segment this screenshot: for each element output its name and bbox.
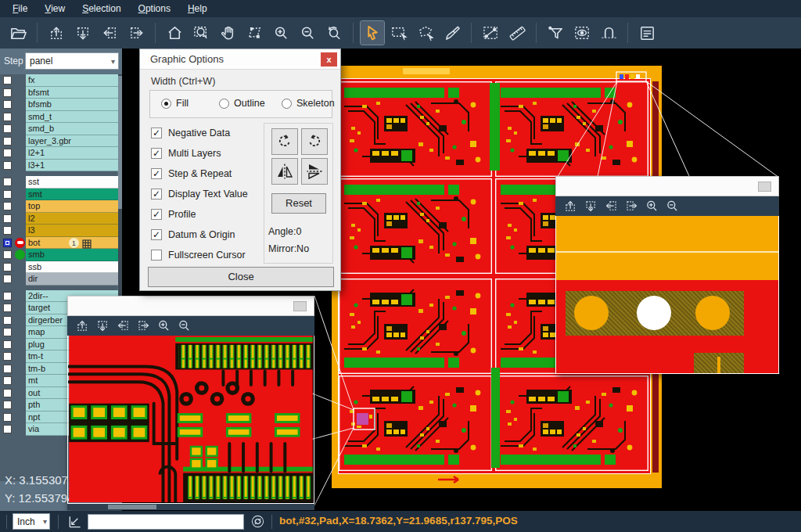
checkbox-display-text-value[interactable]: ✓Display Text Value <box>151 184 248 204</box>
layer-visibility-checkbox[interactable] <box>3 250 12 259</box>
checkbox-box[interactable] <box>151 250 162 261</box>
layer-visibility-checkbox[interactable] <box>3 226 12 235</box>
checkbox-box[interactable]: ✓ <box>151 209 162 220</box>
checkbox-box[interactable]: ✓ <box>151 229 162 240</box>
filter-button[interactable] <box>544 21 567 45</box>
layer-row-smd_t[interactable]: smd_t <box>0 111 119 124</box>
layer-visibility-checkbox[interactable] <box>3 149 12 157</box>
layer-name[interactable]: sst <box>26 176 119 189</box>
layer-visibility-checkbox[interactable] <box>3 401 12 409</box>
layer-row-l3+1[interactable]: l3+1 <box>0 160 119 172</box>
layer-name[interactable]: smb <box>26 249 119 261</box>
close-button[interactable]: Close <box>148 267 334 287</box>
preview-h-scrollbar[interactable] <box>67 504 314 510</box>
layer-row-fx[interactable]: fx <box>0 74 119 87</box>
layer-visibility-checkbox[interactable] <box>3 263 12 271</box>
layer-visibility-checkbox[interactable] <box>3 76 12 84</box>
layer-visibility-checkbox[interactable] <box>3 304 12 312</box>
nudge-up-button[interactable] <box>73 318 92 335</box>
ruler-button[interactable] <box>505 21 529 45</box>
nudge-left-button[interactable] <box>113 318 132 335</box>
radio-circle[interactable] <box>219 99 229 109</box>
radio-fill[interactable]: Fill <box>161 98 189 109</box>
layer-name[interactable]: ssb <box>26 261 119 274</box>
scrollbar-thumb[interactable] <box>118 76 122 209</box>
layer-row-smt[interactable]: smt <box>0 189 119 201</box>
pan-hand-button[interactable] <box>216 21 239 45</box>
home-view-button[interactable] <box>163 21 186 45</box>
checkbox-fullscreen-cursor[interactable]: Fullscreen Cursor <box>151 245 248 265</box>
layer-name[interactable]: top <box>26 200 119 213</box>
rotate-ccw-button[interactable] <box>301 128 328 155</box>
view-region-button[interactable] <box>570 21 594 45</box>
layer-row-dir[interactable]: dir <box>0 273 119 286</box>
layer-name[interactable]: smt <box>26 189 119 201</box>
nudge-left-button[interactable] <box>98 21 121 45</box>
layer-visibility-checkbox[interactable] <box>3 124 12 133</box>
zoom-preview-window-left[interactable] <box>67 296 314 510</box>
radio-circle[interactable] <box>282 99 292 109</box>
layer-visibility-checkbox[interactable] <box>3 190 12 199</box>
layer-row-smd_b[interactable]: smd_b <box>0 123 119 135</box>
checkbox-step-repeat[interactable]: ✓Step & Repeat <box>151 164 248 184</box>
reset-button[interactable]: Reset <box>271 193 326 214</box>
nudge-up-button[interactable] <box>561 198 580 215</box>
layer-row-bot[interactable]: bot1 <box>0 237 119 250</box>
layer-name[interactable]: l2+1 <box>26 147 119 160</box>
layer-visibility-checkbox[interactable] <box>3 352 12 361</box>
menu-options[interactable]: Options <box>131 2 178 16</box>
nudge-down-button[interactable] <box>71 21 95 45</box>
menu-selection[interactable]: Selection <box>74 2 128 16</box>
checkbox-profile[interactable]: ✓Profile <box>151 204 248 225</box>
menu-view[interactable]: View <box>37 2 73 16</box>
checkbox-box[interactable]: ✓ <box>151 128 162 138</box>
preview-window-button[interactable] <box>293 301 307 311</box>
layer-visibility-checkbox[interactable] <box>3 389 12 397</box>
layer-name[interactable]: fx <box>26 74 119 87</box>
layer-name[interactable]: l3 <box>26 225 119 237</box>
nudge-right-button[interactable] <box>124 21 148 45</box>
nudge-left-button[interactable] <box>602 198 620 215</box>
checkbox-datum-origin[interactable]: ✓Datum & Origin <box>151 225 248 245</box>
layer-row-bfsmt[interactable]: bfsmt <box>0 87 119 99</box>
layer-name[interactable]: smd_b <box>26 123 119 135</box>
layer-row-layer_3.gbr[interactable]: layer_3.gbr <box>0 135 119 148</box>
checkbox-box[interactable]: ✓ <box>151 189 162 200</box>
layer-visibility-checkbox[interactable] <box>3 239 12 247</box>
preview-title-bar[interactable] <box>67 296 314 316</box>
zoom-polygon-button[interactable] <box>242 21 266 45</box>
menu-help[interactable]: Help <box>180 2 215 16</box>
layer-row-l3[interactable]: l3 <box>0 225 119 237</box>
layer-row-ssb[interactable]: ssb <box>0 261 119 274</box>
layer-row-bfsmb[interactable]: bfsmb <box>0 99 119 111</box>
layer-name[interactable]: dir <box>26 273 119 286</box>
menu-file[interactable]: File <box>5 2 35 16</box>
preview-content-circuit[interactable] <box>67 336 314 504</box>
preview-title-bar[interactable] <box>555 176 779 196</box>
layer-name[interactable]: layer_3.gbr <box>26 135 119 148</box>
zoom-out-button[interactable] <box>663 198 681 215</box>
layer-row-top[interactable]: top <box>0 200 119 213</box>
radio-skeleton[interactable]: Skeleton <box>282 98 335 109</box>
preview-content-pads[interactable] <box>555 216 779 374</box>
layer-visibility-checkbox[interactable] <box>3 202 12 210</box>
layer-row-smb[interactable]: smb <box>0 249 119 261</box>
layer-visibility-checkbox[interactable] <box>3 88 12 97</box>
zoom-in-button[interactable] <box>642 198 661 215</box>
zoom-out-button[interactable] <box>174 318 193 335</box>
layer-visibility-checkbox[interactable] <box>3 328 12 336</box>
grid-icon[interactable] <box>82 238 92 247</box>
layer-visibility-checkbox[interactable] <box>3 365 12 373</box>
checkbox-multi-layers[interactable]: ✓Multi Layers <box>151 143 248 164</box>
layer-visibility-checkbox[interactable] <box>3 161 12 170</box>
layer-visibility-checkbox[interactable] <box>3 178 12 186</box>
layer-visibility-checkbox[interactable] <box>3 292 12 300</box>
snap-angle-icon[interactable] <box>67 514 83 530</box>
radio-circle[interactable] <box>161 99 171 109</box>
layer-name[interactable]: bfsmb <box>26 99 119 111</box>
layer-visibility-checkbox[interactable] <box>3 137 12 146</box>
layer-visibility-checkbox[interactable] <box>3 214 12 223</box>
nudge-down-button[interactable] <box>93 318 112 335</box>
preview-window-button[interactable] <box>758 182 771 192</box>
nudge-down-button[interactable] <box>581 198 600 215</box>
